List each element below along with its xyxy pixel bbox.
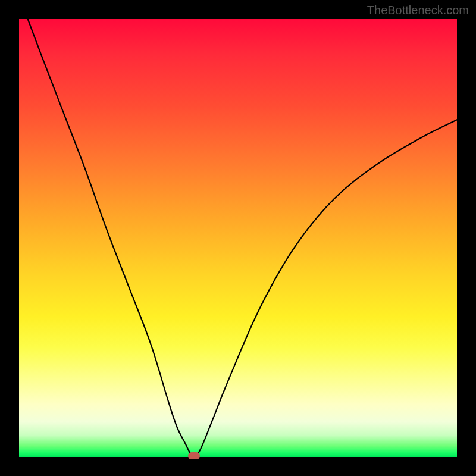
bottleneck-curve <box>19 19 457 457</box>
watermark-label: TheBottleneck.com <box>367 4 469 17</box>
optimal-marker <box>188 452 200 459</box>
chart-plot-area <box>19 19 457 457</box>
